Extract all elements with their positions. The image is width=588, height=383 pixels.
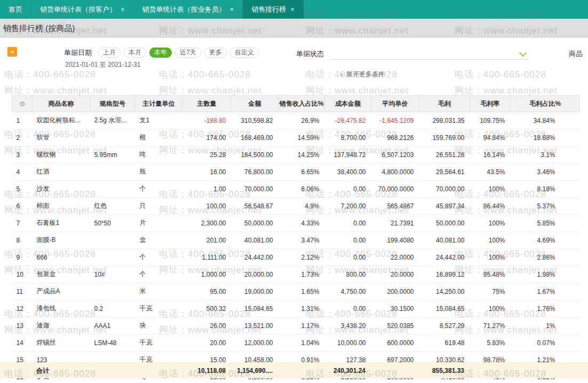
- table-row[interactable]: 7石膏板150*50片2,300.0050,000.004.33%0.0021.…: [12, 215, 580, 232]
- table-cell: 4.33%: [279, 215, 325, 232]
- table-cell: 86.44%: [470, 198, 511, 215]
- table-row[interactable]: 9666个1,111.0024,442.002.12%0.0022.000024…: [12, 249, 580, 266]
- table-cell: 75%: [470, 283, 511, 300]
- table-header-cell[interactable]: 商品名称: [33, 96, 90, 112]
- date-option-上月[interactable]: 上月: [98, 48, 121, 58]
- table-cell: 520.0385: [371, 317, 419, 334]
- status-filter-label: 单据状态: [296, 49, 324, 59]
- column-settings-gear-icon[interactable]: ⚙: [19, 100, 26, 108]
- tab-close-icon[interactable]: ×: [290, 6, 295, 13]
- table-cell: 3: [12, 146, 33, 163]
- table-row[interactable]: 12漆包线0.2千克500.3215,084.651.31%0.0030.150…: [12, 300, 580, 317]
- table-cell: 30.1500: [371, 300, 419, 317]
- date-option-自定义[interactable]: 自定义: [230, 48, 259, 58]
- table-cell: 面膜-B: [33, 232, 90, 249]
- table-cell: 40,081.00: [232, 232, 279, 249]
- tab-销货单统计表（按客户）[interactable]: 销货单统计表（按客户）×: [31, 0, 134, 19]
- table-cell: 3.1%: [511, 146, 580, 163]
- table-row[interactable]: 4红酒瓶16.0076,800.006.65%38,400.004,800.00…: [12, 163, 580, 181]
- table-cell: 只: [136, 198, 182, 215]
- table-row[interactable]: 1双固化树脂粘...2.5g 水溶...支1-188.80310,598.822…: [12, 112, 580, 129]
- expand-more-label: 展开更多条件: [346, 70, 385, 79]
- table-cell: 米: [136, 283, 182, 300]
- table-cell: 164,500.00: [232, 146, 279, 163]
- table-header-cell[interactable]: 销售收入占比%: [279, 96, 325, 112]
- tab-销货单统计表（按业务员）[interactable]: 销货单统计表（按业务员）×: [134, 0, 243, 19]
- table-row[interactable]: 6棉面红色只100.0056,548.674.9%7,200.00565.486…: [12, 198, 580, 215]
- table-cell: 45,897.34: [419, 198, 470, 215]
- table-row[interactable]: 11产成品A米95.0019,000.001.65%4,750.00200.00…: [12, 283, 580, 300]
- table-row[interactable]: 14焊锡丝LSM-48千克20.0012,000.001.04%10,000.0…: [12, 334, 580, 351]
- table-cell: 1.17%: [279, 317, 325, 334]
- table-body: 1双固化树脂粘...2.5g 水溶...支1-188.80310,598.822…: [12, 112, 580, 383]
- table-header-cell[interactable]: 金额: [232, 96, 279, 112]
- table-cell: 焊锡丝: [33, 334, 90, 351]
- table-cell: 个: [136, 266, 182, 283]
- tab-close-icon[interactable]: ×: [121, 6, 125, 13]
- table-cell: 2.86%: [511, 249, 580, 266]
- table-cell: 迪迦: [33, 317, 90, 334]
- table-cell: 25.28: [182, 146, 232, 163]
- filter-area: » 单据日期 上月本月本年近7天更多自定义 2021-01-01 至 2021-…: [0, 38, 588, 95]
- date-option-本月[interactable]: 本月: [124, 48, 146, 58]
- table-cell: 21.7391: [371, 215, 419, 232]
- table-cell: 1.67%: [511, 283, 580, 300]
- table-row[interactable]: 10包装盒10#个1,000.0020,000.001.73%800.0020.…: [12, 266, 580, 283]
- table-cell: 50,000.00: [419, 215, 470, 232]
- table-cell: 4.9%: [279, 198, 325, 215]
- date-option-近7天[interactable]: 近7天: [175, 48, 201, 58]
- tab-close-icon[interactable]: ×: [230, 6, 234, 13]
- table-cell: 15,084.65: [232, 300, 279, 317]
- total-cell: [470, 362, 510, 379]
- table-row[interactable]: 13迪迦AAA1块26.0013,521.001.17%3,438.20520.…: [12, 317, 580, 334]
- table-cell: 22.0000: [371, 249, 419, 266]
- status-filter: 单据状态: [296, 48, 529, 60]
- table-header-cell[interactable]: 平均单价: [371, 96, 419, 112]
- total-cell: [371, 362, 419, 379]
- table-cell: 盒: [136, 232, 182, 249]
- table-cell: 14.59%: [279, 129, 325, 146]
- table-header-cell[interactable]: 毛利: [419, 96, 470, 112]
- table-cell: 1.76%: [511, 300, 580, 317]
- table-cell: 100%: [470, 215, 511, 232]
- table-cell: 100%: [470, 249, 511, 266]
- tab-首页[interactable]: 首页: [0, 0, 31, 19]
- table-cell: 片: [136, 215, 182, 232]
- table-header-cell[interactable]: 成本金额: [325, 96, 371, 112]
- table-row[interactable]: 3螺纹钢5.95mm吨25.28164,500.0014.25%137,948.…: [12, 146, 580, 163]
- status-select[interactable]: [330, 48, 529, 60]
- table-header-cell[interactable]: 毛利占比%: [511, 96, 580, 112]
- table-cell: 块: [136, 317, 182, 334]
- date-filter: 单据日期 上月本月本年近7天更多自定义: [64, 48, 259, 58]
- table-header-cell[interactable]: 规格型号: [90, 96, 136, 112]
- table-cell: 1%: [511, 317, 580, 334]
- tab-销售排行榜[interactable]: 销售排行榜×: [243, 0, 304, 19]
- table-cell: 26,551.28: [419, 146, 470, 163]
- collapse-panel-icon[interactable]: »: [7, 47, 17, 57]
- table-cell: 71.27%: [470, 317, 511, 334]
- table-cell: 根: [136, 129, 182, 146]
- table-cell: 7: [12, 215, 33, 232]
- table-cell: 2: [12, 129, 33, 146]
- table-cell: 50*50: [90, 215, 136, 232]
- table-cell: 600.0000: [371, 334, 419, 351]
- product-filter-label: 商品: [569, 49, 583, 59]
- tab-label: 销货单统计表（按客户）: [40, 5, 116, 14]
- table-row[interactable]: 2软管根174.00168,469.0014.59%8,700.00968.21…: [12, 129, 580, 146]
- table-cell: 3.47%: [279, 232, 325, 249]
- table-cell: 1.04%: [279, 334, 325, 351]
- table-cell: 5.37%: [511, 198, 580, 215]
- date-option-本年[interactable]: 本年: [149, 48, 172, 58]
- table-row[interactable]: 8面膜-B盒201.0040,081.003.47%0.00199.408040…: [12, 232, 580, 249]
- date-option-更多[interactable]: 更多: [204, 48, 227, 58]
- table-header-cell[interactable]: 主数量: [182, 96, 232, 112]
- table-cell: 7,200.00: [325, 198, 371, 215]
- table-row[interactable]: 5沙发个1.0070,000.006.06%0.0070,000.000070,…: [12, 181, 580, 198]
- table-header-cell[interactable]: 毛利率: [470, 96, 511, 112]
- table-header-cell[interactable]: 主计量单位: [136, 96, 182, 112]
- table-cell: 0.00: [325, 232, 371, 249]
- expand-more-conditions-link[interactable]: » 展开更多条件: [340, 70, 385, 79]
- table-cell: 20.00: [182, 334, 232, 351]
- table-cell: 38,400.00: [325, 163, 371, 181]
- table-cell: 159,769.00: [419, 129, 470, 146]
